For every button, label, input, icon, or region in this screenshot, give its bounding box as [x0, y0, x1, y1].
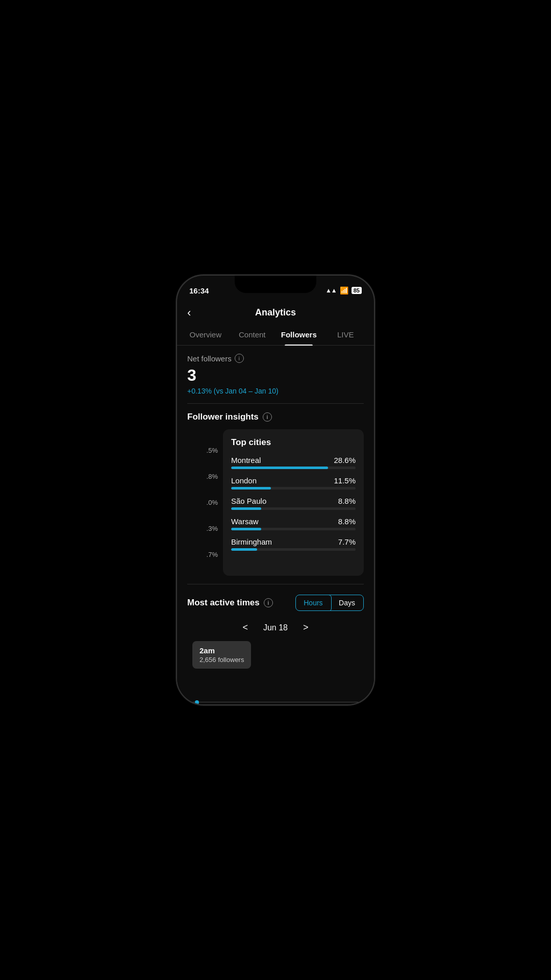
- city-name-montreal: Montreal: [231, 456, 261, 464]
- chart-tooltip: 2am 2,656 followers: [192, 641, 251, 669]
- toggle-days-button[interactable]: Days: [331, 595, 363, 610]
- city-pct-warsaw: 8.8%: [338, 517, 356, 526]
- city-pct-montreal: 28.6%: [334, 456, 356, 464]
- wifi-icon: 📶: [340, 286, 348, 295]
- net-followers-change: +0.13% (vs Jan 04 – Jan 10): [187, 387, 364, 395]
- most-active-info-icon: i: [264, 598, 273, 607]
- left-item-2: .8%: [187, 463, 218, 489]
- city-pct-london: 11.5%: [334, 476, 356, 485]
- net-followers-label: Net followers i: [187, 354, 364, 363]
- info-icon: i: [235, 354, 244, 363]
- tooltip-followers: 2,656 followers: [199, 656, 244, 664]
- toggle-group: Hours Days: [295, 595, 364, 611]
- page-title: Analytics: [255, 307, 296, 318]
- city-item-saopaulo: São Paulo 8.8%: [231, 497, 356, 510]
- left-col: .5% .8% .0% .3% .7%: [187, 429, 218, 576]
- most-active-label: Most active times i: [187, 598, 273, 608]
- date-prev-button[interactable]: <: [242, 622, 248, 633]
- most-active-header: Most active times i Hours Days: [177, 584, 374, 618]
- city-pct-saopaulo: 8.8%: [338, 497, 356, 505]
- chart-dot: [195, 700, 199, 704]
- date-nav: < Jun 18 >: [177, 618, 374, 641]
- tab-content[interactable]: Content: [229, 324, 276, 345]
- city-pct-birmingham: 7.7%: [338, 537, 356, 546]
- tab-overview[interactable]: Overview: [182, 324, 229, 345]
- toggle-hours-button[interactable]: Hours: [295, 595, 332, 611]
- left-item-5: .7%: [187, 542, 218, 568]
- insights-header: Follower insights i: [187, 412, 364, 422]
- city-bar-bg-warsaw: [231, 528, 356, 530]
- tab-live[interactable]: LIVE: [322, 324, 369, 345]
- follower-insights-section: Follower insights i .5% .8% .0% .3% .7% …: [177, 404, 374, 584]
- city-name-warsaw: Warsaw: [231, 517, 259, 526]
- city-bar-bg-london: [231, 487, 356, 489]
- city-item-montreal: Montreal 28.6%: [231, 456, 356, 469]
- chart-line-area: [187, 677, 364, 704]
- chart-area: 2am 2,656 followers: [177, 641, 374, 704]
- city-item-warsaw: Warsaw 8.8%: [231, 517, 356, 530]
- back-button[interactable]: ‹: [187, 306, 191, 320]
- city-name-birmingham: Birmingham: [231, 537, 272, 546]
- left-item-4: .3%: [187, 516, 218, 542]
- analytics-header: ‹ Analytics: [177, 301, 374, 324]
- city-bar-bg-saopaulo: [231, 507, 356, 510]
- city-bar-bg-montreal: [231, 467, 356, 469]
- city-bar-fill-montreal: [231, 467, 328, 469]
- tab-bar: Overview Content Followers LIVE: [177, 324, 374, 346]
- insights-row: .5% .8% .0% .3% .7% Top cities Montreal …: [187, 429, 364, 576]
- time: 16:34: [189, 286, 209, 295]
- city-item-london: London 11.5%: [231, 476, 356, 489]
- cities-card: Top cities Montreal 28.6%: [223, 429, 364, 576]
- city-bar-bg-birmingham: [231, 548, 356, 551]
- date-next-button[interactable]: >: [303, 622, 309, 633]
- signal-icon: ▲▲: [325, 287, 337, 294]
- city-bar-fill-warsaw: [231, 528, 261, 530]
- battery-icon: 85: [352, 287, 362, 294]
- left-item-3: .0%: [187, 489, 218, 516]
- cities-title: Top cities: [231, 437, 356, 448]
- city-name-london: London: [231, 476, 257, 485]
- city-bar-fill-london: [231, 487, 271, 489]
- chart-line: [187, 702, 364, 702]
- left-item-1: .5%: [187, 437, 218, 463]
- tooltip-time: 2am: [199, 646, 244, 655]
- tab-followers[interactable]: Followers: [276, 324, 322, 345]
- net-followers-section: Net followers i 3 +0.13% (vs Jan 04 – Ja…: [177, 346, 374, 403]
- date-current: Jun 18: [263, 623, 288, 632]
- net-followers-value: 3: [187, 366, 364, 385]
- status-icons: ▲▲ 📶 85: [325, 286, 362, 295]
- city-bar-fill-saopaulo: [231, 507, 261, 510]
- city-item-birmingham: Birmingham 7.7%: [231, 537, 356, 551]
- city-name-saopaulo: São Paulo: [231, 497, 266, 505]
- city-bar-fill-birmingham: [231, 548, 257, 551]
- screen-content: ‹ Analytics Overview Content Followers L…: [177, 301, 374, 704]
- insights-info-icon: i: [263, 412, 272, 422]
